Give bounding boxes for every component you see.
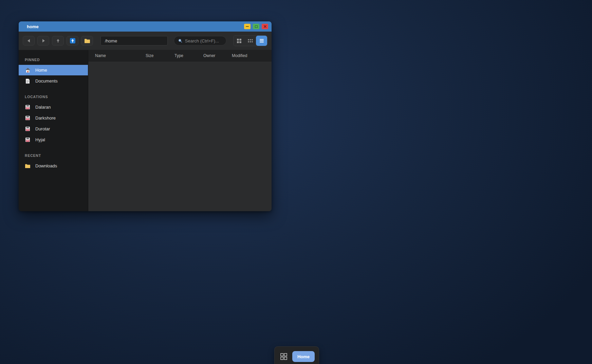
sidebar-section-recent: RECENT <box>19 150 88 160</box>
new-folder-button[interactable] <box>81 36 93 46</box>
titlebar[interactable]: home <box>19 21 272 32</box>
sidebar-item-dalaran[interactable]: Dalaran <box>19 102 88 112</box>
sidebar-item-label: Darkshore <box>35 115 56 121</box>
grid-large-icon <box>237 38 242 43</box>
folder-icon <box>25 163 31 169</box>
maximize-button[interactable] <box>253 24 259 29</box>
close-icon <box>263 25 267 28</box>
sidebar-item-documents[interactable]: Documents <box>19 76 88 86</box>
house-icon <box>25 67 31 73</box>
sidebar-item-label: Downloads <box>35 163 57 168</box>
disk-icon <box>25 137 31 143</box>
magnifier-icon <box>178 38 182 43</box>
sidebar-item-durotar[interactable]: Durotar <box>19 124 88 134</box>
folder-icon <box>84 38 90 43</box>
sidebar-item-label: Durotar <box>35 126 50 131</box>
sidebar-section-pinned: PINNED <box>19 54 88 65</box>
disk-icon <box>25 104 31 110</box>
view-small-icons-button[interactable] <box>245 36 256 46</box>
file-list-body[interactable] <box>88 61 272 211</box>
sidebar-item-label: Home <box>35 68 47 73</box>
column-header-type[interactable]: Type <box>174 53 203 58</box>
grid-small-icon <box>248 39 253 43</box>
column-header-modified[interactable]: Modified <box>232 53 272 58</box>
sidebar-item-downloads[interactable]: Downloads <box>19 161 88 171</box>
column-header-name[interactable]: Name <box>95 53 146 58</box>
view-mode-group <box>233 35 267 46</box>
go-up-blue-button[interactable] <box>67 36 78 46</box>
sidebar-item-label: Documents <box>35 78 58 84</box>
document-icon <box>25 78 31 84</box>
app-grid-icon <box>280 353 288 360</box>
view-list-button[interactable] <box>256 36 267 46</box>
path-input[interactable] <box>100 36 168 46</box>
sidebar-item-home[interactable]: Home <box>19 65 88 75</box>
sidebar-section-locations: LOCATIONS <box>19 91 88 102</box>
disk-icon <box>25 126 31 132</box>
arrow-left-icon <box>26 38 31 43</box>
file-list-header: Name Size Type Owner Modified <box>88 50 272 61</box>
file-list-panel: Name Size Type Owner Modified <box>88 50 272 211</box>
file-manager-window: home <box>19 21 272 211</box>
minimize-icon <box>246 26 249 27</box>
forward-button[interactable] <box>37 36 49 46</box>
taskbar-home-button[interactable]: Home <box>292 351 315 362</box>
arrow-right-icon <box>41 38 46 43</box>
sidebar-item-label: Hyjal <box>35 137 45 142</box>
column-header-size[interactable]: Size <box>146 53 174 58</box>
sidebar-item-label: Dalaran <box>35 105 51 110</box>
close-button[interactable] <box>262 24 268 29</box>
app-launcher-button[interactable] <box>280 353 288 360</box>
maximize-icon <box>255 25 258 28</box>
disk-icon <box>25 115 31 121</box>
toolbar <box>19 32 272 50</box>
search-field[interactable] <box>174 36 226 46</box>
up-button[interactable] <box>52 36 64 46</box>
window-controls <box>244 24 268 29</box>
window-body: PINNED Home <box>19 50 272 211</box>
minimize-button[interactable] <box>244 24 251 29</box>
search-input[interactable] <box>185 38 222 43</box>
view-large-icons-button[interactable] <box>234 36 245 46</box>
sidebar-item-darkshore[interactable]: Darkshore <box>19 113 88 123</box>
taskbar: Home <box>274 346 319 364</box>
sidebar-item-hyjal[interactable]: Hyjal <box>19 134 88 145</box>
window-title: home <box>27 24 244 29</box>
list-lines-icon <box>259 39 264 43</box>
sidebar: PINNED Home <box>19 50 88 211</box>
back-button[interactable] <box>23 36 35 46</box>
up-arrow-blue-square-icon <box>70 38 76 44</box>
column-header-owner[interactable]: Owner <box>203 53 232 58</box>
arrow-up-icon <box>56 38 60 43</box>
desktop: { "window": { "title": "home", "controls… <box>0 0 592 364</box>
